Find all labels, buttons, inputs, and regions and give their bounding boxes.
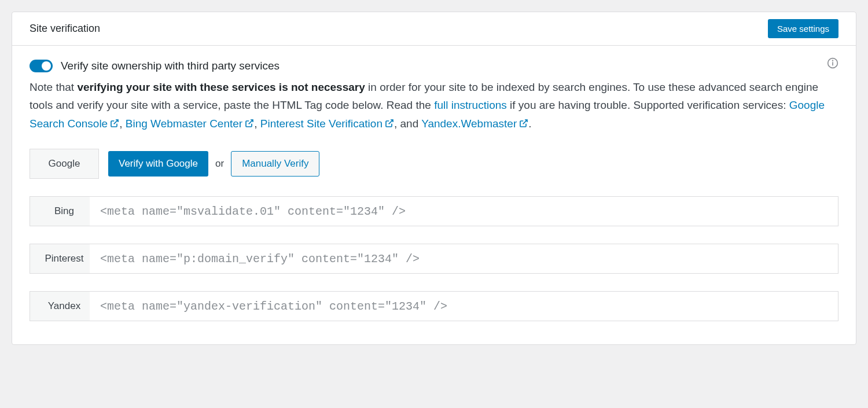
pinterest-input[interactable]	[90, 244, 838, 274]
description-text: Note that verifying your site with these…	[30, 78, 838, 133]
desc-sep2: ,	[254, 117, 260, 130]
google-content: Verify with Google or Manually Verify	[99, 149, 838, 179]
external-link-icon	[519, 119, 528, 128]
info-icon[interactable]	[827, 57, 838, 69]
yandex-input[interactable]	[90, 291, 838, 321]
save-settings-button[interactable]: Save settings	[768, 19, 838, 38]
manually-verify-button[interactable]: Manually Verify	[231, 151, 319, 177]
desc-sep3: , and	[394, 117, 421, 130]
bing-label: Bing	[30, 196, 99, 226]
yandex-label: Yandex	[30, 291, 99, 321]
svg-line-3	[114, 120, 118, 124]
pinterest-row: Pinterest	[30, 244, 838, 274]
verify-toggle[interactable]	[30, 60, 53, 72]
panel-header: Site verification Save settings	[12, 12, 856, 46]
bing-input[interactable]	[90, 196, 838, 226]
desc-end: .	[528, 117, 531, 130]
toggle-row: Verify site ownership with third party s…	[30, 60, 838, 72]
google-row: Google Verify with Google or Manually Ve…	[30, 149, 838, 179]
desc-bold: verifying your site with these services …	[77, 81, 365, 93]
verify-with-google-button[interactable]: Verify with Google	[108, 151, 208, 177]
pinterest-verification-link[interactable]: Pinterest Site Verification	[260, 117, 394, 130]
desc-part3: if you are having trouble. Supported ver…	[507, 99, 789, 111]
toggle-knob	[42, 61, 51, 71]
desc-part1: Note that	[30, 81, 77, 93]
external-link-icon	[245, 119, 254, 128]
pinterest-label: Pinterest	[30, 244, 99, 274]
desc-sep1: ,	[119, 117, 126, 130]
yandex-webmaster-link[interactable]: Yandex.Webmaster	[421, 117, 528, 130]
external-link-icon	[385, 119, 394, 128]
svg-point-2	[833, 60, 833, 61]
toggle-label: Verify site ownership with third party s…	[61, 60, 279, 72]
google-label: Google	[30, 149, 99, 179]
panel-body: Verify site ownership with third party s…	[12, 46, 856, 344]
bing-webmaster-link[interactable]: Bing Webmaster Center	[126, 117, 254, 130]
svg-line-5	[389, 120, 393, 124]
svg-line-6	[523, 120, 527, 124]
or-text: or	[215, 158, 224, 170]
svg-line-4	[249, 120, 253, 124]
yandex-row: Yandex	[30, 291, 838, 321]
bing-row: Bing	[30, 196, 838, 226]
external-link-icon	[110, 119, 119, 128]
full-instructions-link[interactable]: full instructions	[434, 99, 507, 111]
panel-title: Site verification	[30, 23, 100, 35]
site-verification-panel: Site verification Save settings Verify s…	[12, 12, 856, 345]
